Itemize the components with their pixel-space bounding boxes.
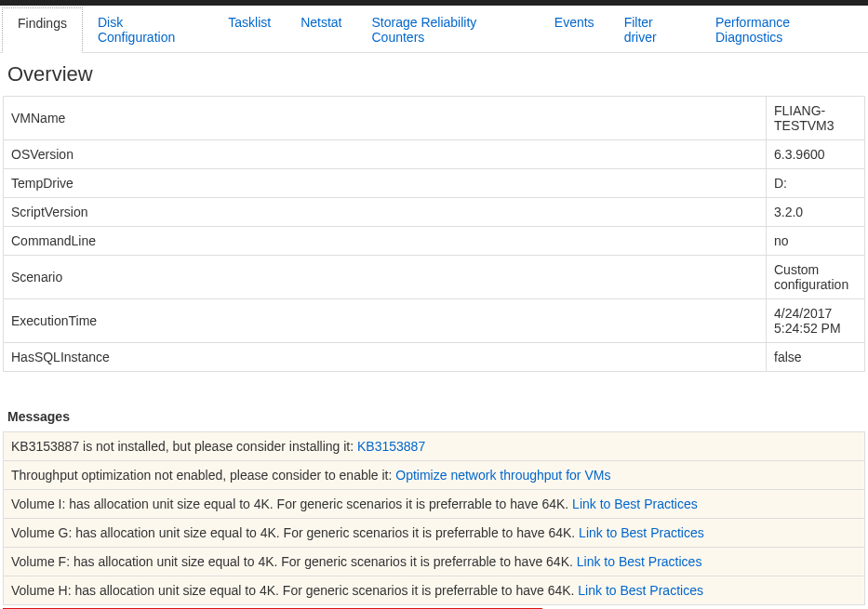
message-text: Throughput optimization not enabled, ple…	[11, 468, 395, 483]
message-cell: Volume H: has allocation unit size equal…	[4, 576, 865, 605]
table-row: VMNameFLIANG-TESTVM3	[4, 97, 865, 140]
overview-key: ExecutionTime	[4, 299, 767, 343]
tab-events[interactable]: Events	[540, 7, 609, 52]
message-row: Volume G: has allocation unit size equal…	[4, 519, 865, 548]
tab-bar: FindingsDisk ConfigurationTasklistNetsta…	[0, 6, 868, 53]
message-text: Volume G: has allocation unit size equal…	[11, 525, 579, 540]
table-row: TempDriveD:	[4, 169, 865, 198]
overview-heading: Overview	[7, 62, 861, 86]
message-link[interactable]: Link to Best Practices	[577, 554, 702, 569]
overview-key: Scenario	[4, 256, 767, 299]
message-cell: Throughput optimization not enabled, ple…	[4, 461, 865, 490]
overview-value: false	[767, 343, 865, 372]
messages-table: KB3153887 is not installed, but please c…	[3, 431, 865, 605]
overview-value: Custom configuration	[767, 256, 865, 299]
overview-key: ScriptVersion	[4, 198, 767, 227]
message-text: Volume H: has allocation unit size equal…	[11, 583, 578, 598]
overview-key: HasSQLInstance	[4, 343, 767, 372]
overview-key: OSVersion	[4, 140, 767, 169]
overview-table: VMNameFLIANG-TESTVM3OSVersion6.3.9600Tem…	[3, 96, 865, 372]
table-row: ExecutionTime4/24/2017 5:24:52 PM	[4, 299, 865, 343]
message-row: Volume I: has allocation unit size equal…	[4, 490, 865, 519]
message-text: Volume I: has allocation unit size equal…	[11, 496, 572, 511]
message-row: Volume H: has allocation unit size equal…	[4, 576, 865, 605]
table-row: ScenarioCustom configuration	[4, 256, 865, 299]
table-row: HasSQLInstancefalse	[4, 343, 865, 372]
message-row: Throughput optimization not enabled, ple…	[4, 461, 865, 490]
message-cell: Volume I: has allocation unit size equal…	[4, 490, 865, 519]
message-cell: Volume F: has allocation unit size equal…	[4, 548, 865, 576]
overview-value: D:	[767, 169, 865, 198]
tab-performance-diagnostics[interactable]: Performance Diagnostics	[701, 7, 868, 52]
message-link[interactable]: KB3153887	[357, 439, 425, 454]
overview-value: 6.3.9600	[767, 140, 865, 169]
message-text: KB3153887 is not installed, but please c…	[11, 439, 357, 454]
tab-storage-reliability-counters[interactable]: Storage Reliability Counters	[357, 7, 540, 52]
message-cell: KB3153887 is not installed, but please c…	[4, 432, 865, 461]
table-row: ScriptVersion3.2.0	[4, 198, 865, 227]
tab-tasklist[interactable]: Tasklist	[213, 7, 286, 52]
tab-netstat[interactable]: Netstat	[286, 7, 356, 52]
message-link[interactable]: Link to Best Practices	[579, 525, 704, 540]
overview-value: 3.2.0	[767, 198, 865, 227]
message-row: Volume F: has allocation unit size equal…	[4, 548, 865, 576]
messages-heading: Messages	[7, 409, 861, 424]
overview-value: 4/24/2017 5:24:52 PM	[767, 299, 865, 343]
message-cell: Volume G: has allocation unit size equal…	[4, 519, 865, 548]
tab-disk-configuration[interactable]: Disk Configuration	[83, 7, 213, 52]
table-row: OSVersion6.3.9600	[4, 140, 865, 169]
overview-value: FLIANG-TESTVM3	[767, 97, 865, 140]
message-link[interactable]: Optimize network throughput for VMs	[395, 468, 610, 483]
overview-key: VMName	[4, 97, 767, 140]
tab-findings[interactable]: Findings	[2, 7, 83, 53]
message-link[interactable]: Link to Best Practices	[572, 496, 698, 511]
table-row: CommandLineno	[4, 227, 865, 256]
tab-filter-driver[interactable]: Filter driver	[609, 7, 701, 52]
message-row: KB3153887 is not installed, but please c…	[4, 432, 865, 461]
message-text: Volume F: has allocation unit size equal…	[11, 554, 577, 569]
message-link[interactable]: Link to Best Practices	[578, 583, 703, 598]
overview-key: TempDrive	[4, 169, 767, 198]
overview-key: CommandLine	[4, 227, 767, 256]
overview-value: no	[767, 227, 865, 256]
